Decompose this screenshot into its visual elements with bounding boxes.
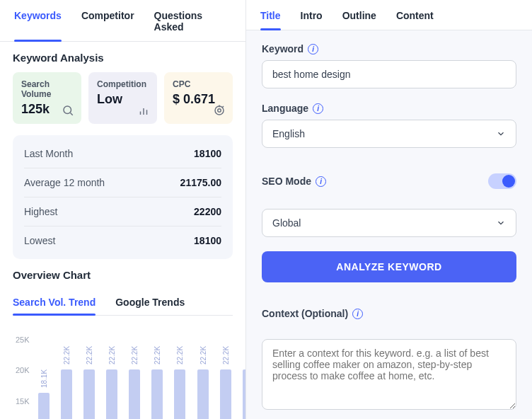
sub-tab-google-trends[interactable]: Google Trends — [115, 289, 185, 315]
y-tick: 20K — [16, 366, 30, 374]
chart-bar: 22.2K — [57, 345, 76, 419]
info-icon[interactable]: i — [308, 44, 318, 54]
metric-label: Search Volume — [21, 79, 73, 99]
chart-bars: 18.1K22.2K22.2K22.2K22.2K22.2K22.2K22.2K… — [34, 333, 246, 419]
tab-content[interactable]: Content — [396, 10, 434, 30]
svg-point-0 — [64, 106, 71, 114]
bar-value-label: 22.2K — [147, 346, 167, 365]
chart-bar: 22.2K — [103, 345, 121, 419]
left-panel: Keywords Competitor Questions Asked Keyw… — [0, 0, 246, 419]
overview-chart-title: Overview Chart — [13, 269, 233, 281]
sub-tab-search-vol-trend[interactable]: Search Vol. Trend — [13, 289, 96, 315]
target-icon — [213, 104, 226, 117]
bar-value-label: 22.2K — [102, 346, 122, 365]
stat-value: 18100 — [194, 148, 221, 159]
metric-search-volume[interactable]: Search Volume 125k — [13, 72, 81, 124]
language-select[interactable]: English — [262, 120, 516, 148]
tab-questions-asked[interactable]: Questions Asked — [154, 10, 231, 41]
bar-rect — [220, 369, 231, 419]
seo-mode-toggle[interactable] — [488, 173, 516, 189]
bar-value-label: 18.1K — [34, 369, 54, 388]
info-icon[interactable]: i — [313, 103, 323, 114]
bar-value-label: 22.2K — [125, 346, 144, 365]
svg-line-1 — [70, 113, 72, 115]
svg-line-8 — [222, 106, 224, 108]
chart-bar: 22.2K — [194, 345, 212, 419]
stat-label: Highest — [24, 206, 57, 217]
bar-rect — [61, 369, 72, 419]
bar-value-label: 22.2K — [79, 346, 99, 365]
tab-intro[interactable]: Intro — [301, 10, 323, 30]
context-textarea[interactable] — [262, 339, 516, 410]
info-icon[interactable]: i — [316, 176, 326, 187]
search-vol-trend-chart: 25K 20K 15K 10K 18.1K22.2K22.2K22.2K22.2… — [13, 330, 233, 419]
chart-bar: 22.2K — [80, 345, 98, 419]
context-area: Context (Optional) i — [246, 295, 532, 419]
language-label-text: Language — [262, 103, 308, 114]
analyze-keyword-button[interactable]: ANALYZE KEYWORD — [262, 251, 516, 282]
metric-label: Competition — [97, 79, 149, 89]
bar-chart-icon — [137, 104, 150, 117]
bar-rect — [151, 369, 163, 419]
tab-keywords[interactable]: Keywords — [14, 10, 62, 41]
chart-y-axis: 25K 20K 15K 10K — [16, 333, 34, 419]
stat-row: Highest 22200 — [24, 197, 221, 226]
chart-bar: 22.2K — [239, 345, 246, 419]
bar-rect — [243, 369, 246, 419]
chart-bar: 22.2K — [170, 345, 189, 419]
stat-value: 22200 — [194, 206, 221, 217]
context-label-text: Context (Optional) — [262, 308, 348, 319]
context-label: Context (Optional) i — [262, 308, 516, 319]
chart-bar: 22.2K — [148, 345, 166, 419]
bar-value-label: 22.2K — [170, 346, 190, 365]
metric-competition[interactable]: Competition Low — [88, 72, 157, 124]
keyword-analysis-section: Keyword Analysis Search Volume 125k Comp… — [0, 42, 245, 259]
stat-row: Lowest 18100 — [24, 226, 221, 255]
overview-chart-section: Overview Chart Search Vol. Trend Google … — [0, 259, 245, 419]
stat-value: 18100 — [194, 235, 221, 246]
seo-area: SEO Mode i Global ANALYZE KEYWORD — [246, 161, 532, 295]
y-tick: 25K — [16, 335, 30, 344]
keyword-input[interactable] — [262, 60, 516, 88]
scope-select[interactable]: Global — [262, 209, 516, 237]
seo-mode-label: SEO Mode i — [262, 176, 326, 187]
seo-mode-row: SEO Mode i — [262, 173, 516, 189]
bar-rect — [129, 369, 140, 419]
keyword-label-text: Keyword — [262, 43, 303, 54]
bar-value-label: 22.2K — [193, 346, 213, 365]
stat-label: Lowest — [24, 235, 55, 246]
stat-label: Average 12 month — [24, 177, 105, 188]
tab-title[interactable]: Title — [260, 10, 281, 30]
metric-cpc[interactable]: CPC $ 0.671 — [164, 72, 233, 124]
stat-row: Average 12 month 21175.00 — [24, 168, 221, 197]
right-tabs: Title Intro Outline Content — [246, 0, 532, 30]
bar-rect — [38, 393, 50, 419]
language-label: Language i — [262, 103, 516, 114]
bar-value-label: 22.2K — [238, 346, 246, 365]
metric-cards: Search Volume 125k Competition Low CPC $… — [13, 72, 233, 124]
metric-label: CPC — [173, 79, 224, 89]
search-icon — [62, 104, 74, 117]
bar-value-label: 22.2K — [57, 346, 76, 365]
chart-bar: 22.2K — [125, 345, 144, 419]
stat-value: 21175.00 — [180, 177, 221, 188]
bar-rect — [83, 369, 95, 419]
stats-card: Last Month 18100 Average 12 month 21175.… — [13, 135, 233, 259]
chart-sub-tabs: Search Vol. Trend Google Trends — [13, 289, 233, 316]
chart-bar: 18.1K — [35, 369, 53, 419]
info-icon[interactable]: i — [352, 309, 363, 319]
keyword-analysis-title: Keyword Analysis — [13, 52, 233, 64]
chevron-down-icon — [496, 129, 506, 139]
y-tick: 15K — [16, 397, 30, 406]
scope-selected-value: Global — [272, 217, 301, 229]
left-tabs: Keywords Competitor Questions Asked — [0, 0, 245, 42]
keyword-field-group: Keyword i — [262, 43, 516, 88]
tab-competitor[interactable]: Competitor — [81, 10, 134, 41]
right-panel: Title Intro Outline Content Keyword i La… — [246, 0, 532, 419]
svg-point-6 — [218, 109, 221, 113]
bar-rect — [106, 369, 117, 419]
tab-outline[interactable]: Outline — [342, 10, 376, 30]
language-selected-value: English — [272, 128, 305, 139]
form-area: Keyword i Language i English — [246, 30, 532, 161]
chevron-down-icon — [496, 218, 506, 228]
